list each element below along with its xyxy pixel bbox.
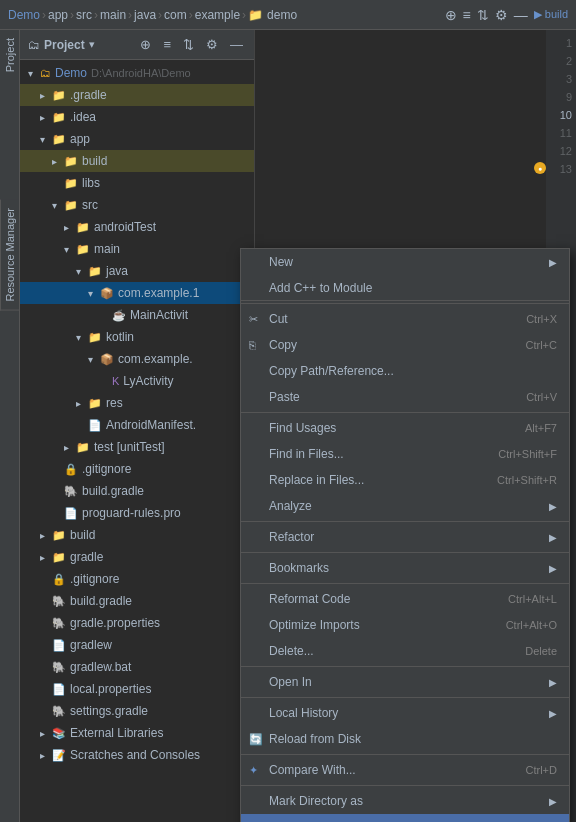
tree-item-scratches[interactable]: 📝 Scratches and Consoles <box>20 744 254 766</box>
minimize-icon[interactable]: — <box>227 36 246 53</box>
tree-item-build-gradle-root[interactable]: 🐘 build.gradle <box>20 590 254 612</box>
gradle-icon-bat: 🐘 <box>52 661 66 674</box>
arrow-build-root <box>40 530 52 541</box>
tree-item-demo[interactable]: 🗂 Demo D:\AndroidHA\Demo <box>20 62 254 84</box>
menu-item-copy[interactable]: ⎘ Copy Ctrl+C <box>241 332 569 358</box>
reload-icon: 🔄 <box>249 733 263 746</box>
tree-item-gitignore-root[interactable]: 🔒 .gitignore <box>20 568 254 590</box>
item-label-java: java <box>106 264 128 278</box>
menu-item-new[interactable]: New ▶ <box>241 249 569 275</box>
panel-dropdown[interactable]: ▾ <box>89 38 95 51</box>
folder-icon: 📁 <box>248 8 263 22</box>
arrow-res <box>76 398 88 409</box>
breadcrumb-src[interactable]: src <box>76 8 92 22</box>
menu-item-add-cpp[interactable]: Add C++ to Module <box>241 275 569 301</box>
tree-item-res[interactable]: 📁 res <box>20 392 254 414</box>
gradle-icon-settings: 🐘 <box>52 705 66 718</box>
menu-item-local-history[interactable]: Local History ▶ <box>241 700 569 726</box>
context-menu: New ▶ Add C++ to Module ✂ Cut Ctrl+X ⎘ C… <box>240 248 570 822</box>
breadcrumb-settings-icon[interactable]: ⚙ <box>495 7 508 23</box>
tree-item-java[interactable]: 📁 java <box>20 260 254 282</box>
breadcrumb-list-icon[interactable]: ≡ <box>463 7 471 23</box>
menu-item-copy-path[interactable]: Copy Path/Reference... <box>241 358 569 384</box>
tree-item-manifest[interactable]: 📄 AndroidManifest. <box>20 414 254 436</box>
breadcrumb-com[interactable]: com <box>164 8 187 22</box>
menu-item-convert-java[interactable]: Convert Java File to Kotlin File Ctrl+Al… <box>241 814 569 822</box>
item-label-com-k: com.example. <box>118 352 193 366</box>
menu-item-compare[interactable]: ✦ Compare With... Ctrl+D <box>241 757 569 783</box>
tree-item-androidtest[interactable]: 📁 androidTest <box>20 216 254 238</box>
menu-label-copy-path: Copy Path/Reference... <box>269 364 394 378</box>
item-label-gradle-props: gradle.properties <box>70 616 160 630</box>
settings-icon[interactable]: ⚙ <box>203 36 221 53</box>
tree-item-app[interactable]: 📁 app <box>20 128 254 150</box>
menu-item-analyze[interactable]: Analyze ▶ <box>241 493 569 519</box>
tree-item-idea[interactable]: 📁 .idea <box>20 106 254 128</box>
tree-item-local-props[interactable]: 📄 local.properties <box>20 678 254 700</box>
menu-item-refactor[interactable]: Refactor ▶ <box>241 524 569 550</box>
breadcrumb-main[interactable]: main <box>100 8 126 22</box>
tree-item-libs[interactable]: 📁 libs <box>20 172 254 194</box>
breadcrumb-app[interactable]: app <box>48 8 68 22</box>
breadcrumb-demo[interactable]: Demo <box>8 8 40 22</box>
menu-label-bookmarks: Bookmarks <box>269 561 329 575</box>
breadcrumb-example[interactable]: example <box>195 8 240 22</box>
tree-item-kotlin[interactable]: 📁 kotlin <box>20 326 254 348</box>
collapse-icon[interactable]: ≡ <box>160 36 174 53</box>
tree-item-main[interactable]: 📁 main <box>20 238 254 260</box>
resource-manager-tab[interactable]: Resource Manager <box>0 200 19 311</box>
breadcrumb-minimize-icon[interactable]: — <box>514 7 528 23</box>
menu-item-find-files[interactable]: Find in Files... Ctrl+Shift+F <box>241 441 569 467</box>
menu-label-open-in: Open In <box>269 675 312 689</box>
tree-item-build-gradle-app[interactable]: 🐘 build.gradle <box>20 480 254 502</box>
tree-item-lyactivity[interactable]: K LyActivity <box>20 370 254 392</box>
tree-item-src[interactable]: 📁 src <box>20 194 254 216</box>
item-label-gitignore-app: .gitignore <box>82 462 131 476</box>
breadcrumb-build-label[interactable]: ▶ build <box>534 8 568 21</box>
arrow-kotlin <box>76 332 88 343</box>
tree-item-com-example[interactable]: 📦 com.example.1 <box>20 282 254 304</box>
tree-item-external[interactable]: 📚 External Libraries <box>20 722 254 744</box>
menu-item-mark-directory[interactable]: Mark Directory as ▶ <box>241 788 569 814</box>
menu-item-reload[interactable]: 🔄 Reload from Disk <box>241 726 569 752</box>
sep3: › <box>94 8 98 22</box>
file-icon-local-props: 📄 <box>52 683 66 696</box>
separator-5 <box>241 583 569 584</box>
tree-item-settings-gradle[interactable]: 🐘 settings.gradle <box>20 700 254 722</box>
menu-item-open-in[interactable]: Open In ▶ <box>241 669 569 695</box>
tree-item-build-app[interactable]: 📁 build <box>20 150 254 172</box>
tree-item-gradle[interactable]: 📁 .gradle <box>20 84 254 106</box>
tree-item-com-example-k[interactable]: 📦 com.example. <box>20 348 254 370</box>
sync-icon[interactable]: ⊕ <box>137 36 154 53</box>
copy-icon: ⎘ <box>249 339 256 351</box>
breadcrumb-globe-icon[interactable]: ⊕ <box>445 7 457 23</box>
sort-icon[interactable]: ⇅ <box>180 36 197 53</box>
tree-item-gradle-properties[interactable]: 🐘 gradle.properties <box>20 612 254 634</box>
prop-icon-proguard: 📄 <box>64 507 78 520</box>
menu-item-delete[interactable]: Delete... Delete <box>241 638 569 664</box>
tree-item-gitignore-app[interactable]: 🔒 .gitignore <box>20 458 254 480</box>
tree-item-gradlew-bat[interactable]: 🐘 gradlew.bat <box>20 656 254 678</box>
breadcrumb-demo2[interactable]: demo <box>267 8 297 22</box>
project-tab[interactable]: Project <box>4 30 16 80</box>
tree-item-build-root[interactable]: 📁 build <box>20 524 254 546</box>
tree-item-test[interactable]: 📁 test [unitTest] <box>20 436 254 458</box>
menu-item-replace-files[interactable]: Replace in Files... Ctrl+Shift+R <box>241 467 569 493</box>
menu-item-paste[interactable]: Paste Ctrl+V <box>241 384 569 410</box>
menu-item-cut[interactable]: ✂ Cut Ctrl+X <box>241 306 569 332</box>
folder-icon-test: 📁 <box>76 441 90 454</box>
tree-item-gradlew[interactable]: 📄 gradlew <box>20 634 254 656</box>
item-label-demo: Demo <box>55 66 87 80</box>
menu-label-new: New <box>269 255 293 269</box>
menu-item-reformat[interactable]: Reformat Code Ctrl+Alt+L <box>241 586 569 612</box>
breadcrumb-sort-icon[interactable]: ⇅ <box>477 7 489 23</box>
menu-item-optimize[interactable]: Optimize Imports Ctrl+Alt+O <box>241 612 569 638</box>
menu-item-bookmarks[interactable]: Bookmarks ▶ <box>241 555 569 581</box>
tree-item-proguard[interactable]: 📄 proguard-rules.pro <box>20 502 254 524</box>
package-icon-k: 📦 <box>100 353 114 366</box>
folder-icon-demo: 🗂 <box>40 67 51 79</box>
tree-item-mainactivity[interactable]: ☕ MainActivit <box>20 304 254 326</box>
tree-item-gradle-root[interactable]: 📁 gradle <box>20 546 254 568</box>
menu-item-find-usages[interactable]: Find Usages Alt+F7 <box>241 415 569 441</box>
breadcrumb-java[interactable]: java <box>134 8 156 22</box>
